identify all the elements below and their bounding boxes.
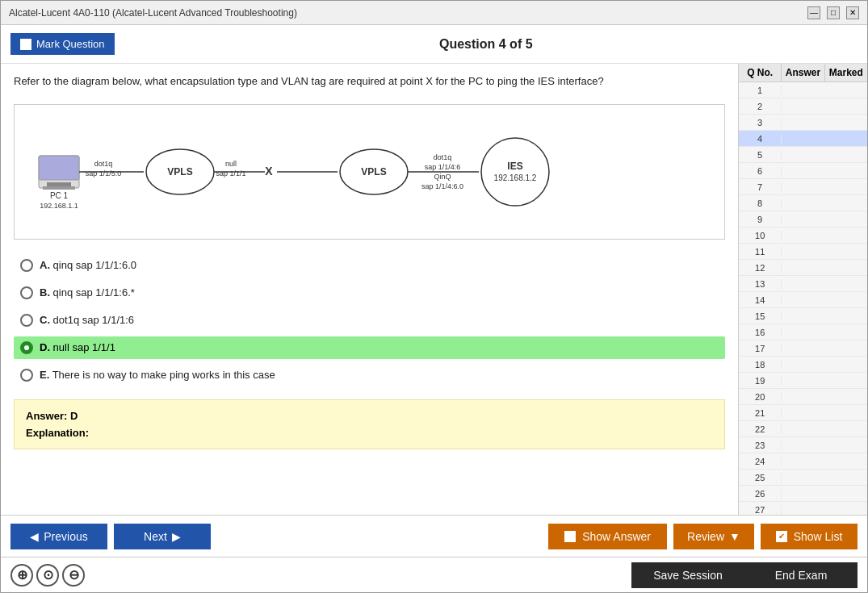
svg-text:X: X: [265, 165, 273, 177]
network-diagram: PC 1 192.168.1.1 dot1q sap 1/1/5:0 VPLS …: [31, 111, 709, 232]
option-e-radio[interactable]: [20, 369, 33, 382]
previous-button[interactable]: ◀ Previous: [10, 524, 107, 549]
sidebar-row[interactable]: 23: [739, 437, 867, 453]
option-c[interactable]: C. dot1q sap 1/1/1:6: [14, 309, 725, 332]
sidebar-cell-num: 15: [739, 311, 782, 321]
diagram-area: PC 1 192.168.1.1 dot1q sap 1/1/5:0 VPLS …: [14, 104, 725, 240]
options-area: A. qinq sap 1/1/1:6.0 B. qinq sap 1/1/1:…: [14, 254, 725, 386]
sidebar-row[interactable]: 8: [739, 195, 867, 211]
sidebar-row[interactable]: 7: [739, 179, 867, 195]
sidebar-cell-num: 23: [739, 441, 782, 450]
show-list-button[interactable]: ✔ Show List: [761, 524, 858, 549]
save-session-button[interactable]: Save Session: [631, 562, 744, 588]
option-a-text: A. qinq sap 1/1/1:6.0: [40, 259, 136, 271]
sidebar-row[interactable]: 27: [739, 502, 867, 515]
close-button[interactable]: ✕: [846, 6, 859, 19]
bottom-bar2: ⊕ ⊙ ⊖ Save Session End Exam: [1, 557, 867, 592]
svg-rect-2: [47, 182, 71, 186]
sidebar-row[interactable]: 20: [739, 389, 867, 405]
sidebar-row[interactable]: 26: [739, 486, 867, 502]
end-exam-button[interactable]: End Exam: [744, 562, 858, 588]
sidebar-cell-num: 14: [739, 295, 782, 305]
sidebar-cell-num: 26: [739, 489, 782, 499]
sidebar-row[interactable]: 21: [739, 405, 867, 421]
sidebar-row[interactable]: 9: [739, 211, 867, 228]
prev-arrow-icon: ◀: [30, 530, 39, 543]
sidebar-cell-num: 13: [739, 279, 782, 289]
svg-text:dot1q: dot1q: [94, 160, 112, 168]
next-label: Next: [144, 530, 167, 543]
sidebar-row[interactable]: 14: [739, 292, 867, 308]
explanation-label: Explanation:: [26, 427, 713, 439]
sidebar-cell-num: 10: [739, 231, 782, 240]
sidebar-cell-num: 1: [739, 86, 782, 95]
sidebar-row[interactable]: 12: [739, 260, 867, 276]
sidebar-cell-num: 8: [739, 198, 782, 208]
sidebar-row[interactable]: 2: [739, 98, 867, 115]
sidebar-row[interactable]: 17: [739, 340, 867, 357]
show-answer-button[interactable]: Show Answer: [548, 524, 667, 549]
next-arrow-icon: ▶: [172, 530, 181, 543]
svg-text:VPLS: VPLS: [167, 166, 192, 177]
review-button[interactable]: Review ▼: [673, 524, 754, 549]
sidebar-cell-num: 17: [739, 344, 782, 353]
svg-text:IES: IES: [507, 161, 522, 172]
sidebar-row[interactable]: 6: [739, 163, 867, 179]
option-a-radio[interactable]: [20, 259, 33, 272]
minimize-button[interactable]: —: [807, 6, 820, 19]
sidebar-row[interactable]: 3: [739, 115, 867, 131]
option-e-text: E. There is no way to make ping works in…: [40, 369, 275, 381]
sidebar-cell-num: 11: [739, 247, 782, 257]
restore-button[interactable]: □: [827, 6, 840, 19]
sidebar-cell-num: 16: [739, 328, 782, 337]
option-b[interactable]: B. qinq sap 1/1/1:6.*: [14, 282, 725, 304]
option-b-text: B. qinq sap 1/1/1:6.*: [40, 286, 135, 299]
sidebar-row[interactable]: 19: [739, 373, 867, 389]
toolbar: Mark Question Question 4 of 5: [1, 25, 867, 64]
sidebar-row[interactable]: 25: [739, 470, 867, 486]
sidebar-row[interactable]: 22: [739, 421, 867, 437]
review-label: Review: [687, 530, 724, 543]
sidebar-row[interactable]: 24: [739, 453, 867, 470]
svg-text:sap 1/1/4:6.0: sap 1/1/4:6.0: [421, 182, 463, 190]
svg-point-23: [481, 138, 549, 206]
option-a[interactable]: A. qinq sap 1/1/1:6.0: [14, 254, 725, 277]
previous-label: Previous: [44, 530, 87, 543]
option-b-radio[interactable]: [20, 286, 33, 299]
sidebar-row[interactable]: 4: [739, 131, 867, 147]
next-button[interactable]: Next ▶: [114, 524, 211, 549]
sidebar-row[interactable]: 1: [739, 82, 867, 98]
window-controls: — □ ✕: [807, 6, 859, 19]
sidebar-row[interactable]: 16: [739, 324, 867, 340]
sidebar-list[interactable]: 1 2 3 4 5 6 7 8: [739, 82, 867, 515]
zoom-reset-button[interactable]: ⊙: [36, 564, 59, 587]
question-text: Refer to the diagram below, what encapsu…: [14, 73, 725, 90]
option-c-text: C. dot1q sap 1/1/1:6: [40, 314, 134, 326]
svg-text:192.168.1.1: 192.168.1.1: [40, 202, 78, 210]
zoom-out-button[interactable]: ⊖: [62, 564, 85, 587]
answer-box: Answer: D Explanation:: [14, 399, 725, 449]
sidebar-cell-num: 4: [739, 134, 782, 144]
title-bar: Alcatel-Lucent 4A0-110 (Alcatel-Lucent A…: [1, 1, 867, 25]
sidebar-cell-num: 27: [739, 505, 782, 515]
option-c-radio[interactable]: [20, 314, 33, 327]
sidebar-row[interactable]: 15: [739, 308, 867, 324]
sidebar-row[interactable]: 10: [739, 228, 867, 244]
zoom-in-button[interactable]: ⊕: [10, 564, 33, 587]
option-e[interactable]: E. There is no way to make ping works in…: [14, 364, 725, 386]
sidebar-row[interactable]: 13: [739, 276, 867, 292]
sidebar-row[interactable]: 18: [739, 357, 867, 373]
option-d-text: D. null sap 1/1/1: [40, 341, 115, 353]
svg-text:QinQ: QinQ: [434, 173, 451, 181]
sidebar-cell-num: 3: [739, 118, 782, 127]
sidebar-row[interactable]: 5: [739, 147, 867, 163]
sidebar-cell-num: 7: [739, 182, 782, 192]
sidebar-row[interactable]: 11: [739, 244, 867, 260]
window-title: Alcatel-Lucent 4A0-110 (Alcatel-Lucent A…: [9, 7, 297, 19]
sidebar-cell-num: 12: [739, 263, 782, 273]
option-d-radio[interactable]: [20, 341, 33, 354]
mark-question-button[interactable]: Mark Question: [10, 33, 115, 55]
option-d[interactable]: D. null sap 1/1/1: [14, 336, 725, 359]
bottom-bar: ◀ Previous Next ▶ Show Answer Review ▼ ✔…: [1, 515, 867, 557]
svg-text:sap 1/1/5:0: sap 1/1/5:0: [85, 169, 121, 177]
